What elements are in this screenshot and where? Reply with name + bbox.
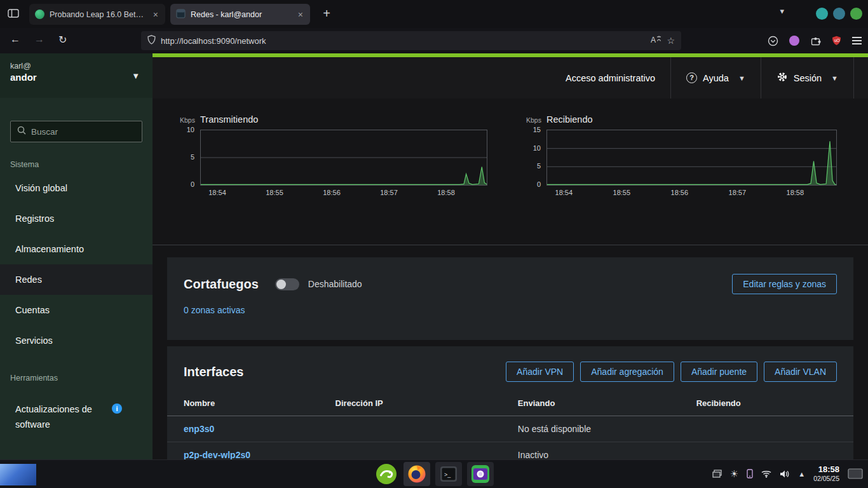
firewall-card: Cortafuegos Deshabilitado Editar reglas … (167, 257, 853, 340)
search-input[interactable] (31, 127, 126, 137)
chart-unit-label: Kbps (526, 116, 546, 124)
active-zones-link[interactable]: 0 zonas activas (184, 305, 245, 315)
window-maximize-button[interactable] (833, 8, 845, 20)
cell-receiving (696, 421, 853, 437)
interfaces-table: Nombre Dirección IP Enviando Recibiendo … (167, 392, 853, 468)
help-menu-button[interactable]: ? Ayuda ▼ (671, 57, 761, 98)
clipboard-windows-icon[interactable] (712, 470, 722, 478)
tab-close-icon[interactable]: × (152, 10, 159, 20)
firewall-toggle[interactable] (275, 278, 299, 290)
list-all-tabs-chevron-icon[interactable]: ▾ (780, 6, 784, 16)
browser-tab-leap[interactable]: Probando Leap 16.0 Beta - E × (29, 4, 165, 25)
x-axis-labels: 18:5418:5518:5618:5718:58 (200, 189, 487, 199)
svg-text:>_: >_ (444, 471, 451, 478)
svg-text:uO: uO (834, 38, 840, 43)
section-label-herramientas: Herramientas (0, 374, 153, 383)
ublock-origin-icon[interactable]: uO (832, 36, 841, 46)
opensuse-favicon (35, 10, 44, 19)
extensions-puzzle-icon[interactable] (810, 36, 821, 46)
hamburger-menu-icon[interactable] (852, 35, 862, 46)
svg-text:A: A (651, 36, 656, 44)
new-tab-button[interactable]: + (318, 5, 336, 23)
sidebar-item-servicios[interactable]: Servicios (0, 325, 153, 356)
chart-title: Transmitiendo (200, 114, 258, 125)
application-menu-geeko-icon[interactable] (374, 462, 398, 486)
chevron-down-icon: ▼ (831, 74, 838, 82)
chevron-down-icon: ▼ (738, 74, 745, 82)
spectacle-task-button[interactable] (467, 462, 494, 486)
bookmark-star-icon[interactable]: ☆ (667, 36, 675, 46)
browser-tab-bar: Probando Leap 16.0 Beta - E × Redes - ka… (0, 0, 868, 28)
chart-unit-label: Kbps (180, 116, 200, 124)
window-close-button[interactable] (850, 8, 862, 20)
separator (853, 57, 854, 98)
add-bond-button[interactable]: Añadir agregación (580, 362, 674, 382)
forward-icon[interactable]: → (34, 34, 44, 45)
sidebar-item-cuentas[interactable]: Cuentas (0, 295, 153, 325)
volume-icon[interactable] (780, 470, 790, 478)
konsole-task-button[interactable]: >_ (435, 462, 462, 486)
clock-time: 18:58 (813, 464, 839, 475)
receive-chart: Kbps Recibiendo 051015 18:5418:5518:5618… (526, 114, 837, 199)
firewall-title: Cortafuegos (184, 277, 259, 292)
question-circle-icon: ? (686, 72, 697, 83)
firefox-view-icon[interactable] (8, 9, 19, 20)
browser-tab-redes[interactable]: Redes - karl@andor × (170, 4, 310, 25)
window-minimize-button[interactable] (816, 8, 828, 20)
browser-navbar: ← → ↻ http://localhost:9090/network A ☆ … (0, 28, 868, 53)
add-bridge-button[interactable]: Añadir puente (681, 362, 757, 382)
col-header-ip: Dirección IP (336, 392, 518, 416)
chart-plot-area (546, 130, 837, 186)
sidebar: karl@ andor ▼ Sistema Visión global Regi… (0, 53, 153, 488)
taskbar-clock[interactable]: 18:58 02/05/25 (813, 464, 839, 483)
tab-close-icon[interactable]: × (297, 10, 304, 20)
section-label-sistema: Sistema (0, 160, 153, 169)
edit-rules-button[interactable]: Editar reglas y zonas (732, 274, 837, 294)
tray-expander-chevron-icon[interactable]: ▲ (798, 470, 805, 478)
y-axis-labels: 0510 (180, 130, 200, 186)
navbar-right-icons: uO (768, 28, 862, 53)
translate-icon[interactable]: A (651, 35, 661, 46)
pocket-icon[interactable] (768, 36, 778, 46)
reload-icon[interactable]: ↻ (58, 34, 67, 46)
col-header-recibiendo: Recibiendo (696, 392, 853, 416)
wifi-icon[interactable] (761, 470, 771, 478)
sidebar-item-registros[interactable]: Registros (0, 203, 153, 234)
interface-link[interactable]: enp3s0 (184, 424, 214, 434)
sidebar-item-actualizaciones[interactable]: Actualizaciones de software i (0, 395, 153, 438)
kde-connect-device-icon[interactable] (747, 469, 753, 478)
url-bar[interactable]: http://localhost:9090/network A ☆ (141, 31, 681, 50)
firefox-task-button[interactable] (403, 462, 430, 486)
sidebar-search[interactable] (10, 121, 142, 142)
sidebar-item-label: Actualizaciones de software (15, 402, 112, 432)
taskbar: >_ ☀ ▲ 18:58 02/05/25 (0, 459, 868, 488)
table-row[interactable]: enp3s0 No está disponible (167, 416, 853, 442)
admin-access-button[interactable]: Acceso administrativo (550, 57, 670, 98)
sidebar-item-vision-global[interactable]: Visión global (0, 173, 153, 203)
desktop-window-thumbnail[interactable] (0, 464, 36, 485)
brightness-icon[interactable]: ☀ (730, 468, 738, 480)
account-avatar[interactable] (789, 36, 799, 46)
cockpit-favicon (176, 9, 186, 20)
sidebar-item-redes[interactable]: Redes (0, 264, 153, 295)
show-desktop-icon[interactable] (848, 468, 863, 479)
add-vpn-button[interactable]: Añadir VPN (506, 362, 574, 382)
shield-icon[interactable] (147, 35, 156, 47)
gear-icon (776, 71, 788, 85)
back-icon[interactable]: ← (10, 34, 20, 45)
chart-plot-area (200, 130, 487, 186)
user-label: karl@ (10, 62, 142, 71)
session-menu-button[interactable]: Sesión ▼ (761, 57, 853, 98)
transmit-chart: Kbps Transmitiendo 0510 18:5418:5518:561… (180, 114, 487, 199)
col-header-nombre: Nombre (167, 392, 336, 416)
host-label: andor (10, 72, 142, 83)
chart-title: Recibiendo (546, 114, 593, 125)
cell-ip (336, 421, 518, 437)
tab-title: Probando Leap 16.0 Beta - E (50, 10, 147, 19)
user-host-menu[interactable]: karl@ andor ▼ (0, 53, 153, 98)
tab-title: Redes - karl@andor (191, 10, 292, 19)
masthead: Acceso administrativo ? Ayuda ▼ Sesión ▼ (153, 57, 868, 98)
sidebar-item-almacenamiento[interactable]: Almacenamiento (0, 234, 153, 264)
add-vlan-button[interactable]: Añadir VLAN (764, 362, 837, 382)
interface-link[interactable]: p2p-dev-wlp2s0 (184, 450, 250, 460)
